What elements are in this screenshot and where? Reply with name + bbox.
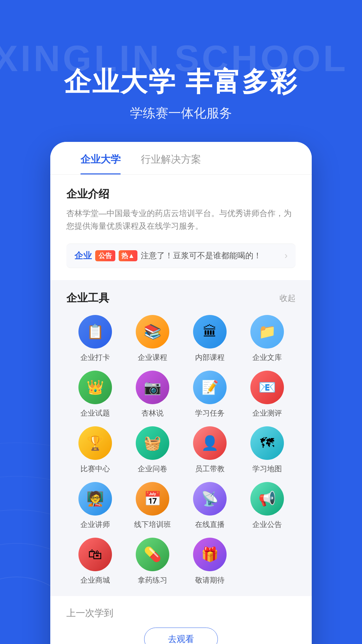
hero-title: 企业大学 丰富多彩 xyxy=(0,67,362,97)
hero-subtitle: 学练赛一体化服务 xyxy=(0,105,362,122)
tool-icon-3[interactable]: 📁企业文库 xyxy=(238,315,296,363)
tool-icon-5[interactable]: 📷杏林说 xyxy=(124,371,181,418)
tool-icon-circle-16: 🛍 xyxy=(78,538,112,571)
tool-icon-11[interactable]: 🗺学习地图 xyxy=(238,426,296,474)
card-tabs: 企业大学 行业解决方案 xyxy=(50,142,312,175)
tools-title: 企业工具 xyxy=(66,291,109,306)
tool-icon-label-2: 内部课程 xyxy=(195,353,225,363)
tool-icon-circle-1: 📚 xyxy=(136,315,169,348)
tool-icon-10[interactable]: 👤员工带教 xyxy=(181,426,238,474)
tool-icon-18[interactable]: 🎁敬请期待 xyxy=(181,538,238,585)
tool-icon-circle-14: 📡 xyxy=(193,482,227,516)
tool-icon-label-3: 企业文库 xyxy=(252,353,282,363)
tool-icon-label-5: 杏林说 xyxy=(141,408,164,418)
tool-icon-circle-11: 🗺 xyxy=(250,426,284,460)
tool-icon-circle-18: 🎁 xyxy=(193,538,227,571)
tool-icon-label-12: 企业讲师 xyxy=(80,520,110,530)
tool-icon-circle-12: 🧑‍🏫 xyxy=(78,482,112,516)
phone-card: 企业大学 行业解决方案 企业介绍 杏林学堂—中国最专业的药店云培训平台。与优秀讲… xyxy=(50,142,312,644)
tool-icon-label-17: 拿药练习 xyxy=(138,575,167,585)
tool-icon-circle-0: 📋 xyxy=(78,315,112,348)
tool-icon-label-18: 敬请期待 xyxy=(195,575,225,585)
tool-icon-8[interactable]: 🏆比赛中心 xyxy=(66,426,124,474)
tab-industry-solutions[interactable]: 行业解决方案 xyxy=(131,142,211,174)
tool-icon-label-11: 学习地图 xyxy=(252,464,282,474)
tool-icon-circle-13: 📅 xyxy=(136,482,169,516)
intro-desc: 杏林学堂—中国最专业的药店云培训平台。与优秀讲师合作，为您提供海量优质课程及在线… xyxy=(66,207,296,233)
notice-arrow-icon: › xyxy=(285,250,288,261)
tool-icon-circle-2: 🏛 xyxy=(193,315,227,348)
notice-hot: 热▲ xyxy=(119,250,137,261)
tool-icon-13[interactable]: 📅线下培训班 xyxy=(124,482,181,530)
tool-icon-4[interactable]: 👑企业试题 xyxy=(66,371,124,418)
tool-icon-label-7: 企业测评 xyxy=(252,408,282,418)
tool-icon-circle-3: 📁 xyxy=(250,315,284,348)
tool-icon-label-15: 企业公告 xyxy=(252,520,282,530)
tool-icon-label-14: 在线直播 xyxy=(195,520,225,530)
tab-enterprise-university[interactable]: 企业大学 xyxy=(70,142,131,174)
tool-icon-16[interactable]: 🛍企业商城 xyxy=(66,538,124,585)
tool-icon-label-9: 企业问卷 xyxy=(138,464,167,474)
last-learned-section: 上一次学到 去观看 xyxy=(50,596,312,644)
intro-section: 企业介绍 杏林学堂—中国最专业的药店云培训平台。与优秀讲师合作，为您提供海量优质… xyxy=(50,175,312,280)
notice-prefix: 企业 xyxy=(74,250,92,262)
tool-icon-circle-10: 👤 xyxy=(193,426,227,460)
tool-icon-label-10: 员工带教 xyxy=(195,464,225,474)
tool-icon-label-8: 比赛中心 xyxy=(80,464,110,474)
tool-icon-1[interactable]: 📚企业课程 xyxy=(124,315,181,363)
tool-icon-12[interactable]: 🧑‍🏫企业讲师 xyxy=(66,482,124,530)
tool-icon-2[interactable]: 🏛内部课程 xyxy=(181,315,238,363)
hero-section: 企业大学 丰富多彩 学练赛一体化服务 xyxy=(0,0,362,122)
notice-banner[interactable]: 企业 公告 热▲ 注意了！豆浆可不是谁都能喝的！ › xyxy=(66,244,296,268)
tool-icon-circle-15: 📢 xyxy=(250,482,284,516)
tool-icon-circle-5: 📷 xyxy=(136,371,169,404)
tool-icon-circle-7: 📧 xyxy=(250,371,284,404)
tool-icon-7[interactable]: 📧企业测评 xyxy=(238,371,296,418)
watch-button[interactable]: 去观看 xyxy=(144,628,218,644)
tool-icon-circle-8: 🏆 xyxy=(78,426,112,460)
last-learned-title: 上一次学到 xyxy=(66,607,296,620)
tool-icon-9[interactable]: 🧺企业问卷 xyxy=(124,426,181,474)
tool-icon-label-0: 企业打卡 xyxy=(80,353,110,363)
tool-icon-circle-17: 💊 xyxy=(136,538,169,571)
tools-header: 企业工具 收起 xyxy=(66,291,296,306)
tool-icon-label-16: 企业商城 xyxy=(80,575,110,585)
tool-icon-0[interactable]: 📋企业打卡 xyxy=(66,315,124,363)
tool-icon-label-13: 线下培训班 xyxy=(134,520,171,530)
tool-icon-6[interactable]: 📝学习任务 xyxy=(181,371,238,418)
tool-icon-label-4: 企业试题 xyxy=(80,408,110,418)
tool-icon-label-1: 企业课程 xyxy=(138,353,167,363)
tools-section: 企业工具 收起 📋企业打卡📚企业课程🏛内部课程📁企业文库👑企业试题📷杏林说📝学习… xyxy=(50,280,312,596)
tools-grid: 📋企业打卡📚企业课程🏛内部课程📁企业文库👑企业试题📷杏林说📝学习任务📧企业测评🏆… xyxy=(66,315,296,585)
tool-icon-14[interactable]: 📡在线直播 xyxy=(181,482,238,530)
tool-icon-circle-9: 🧺 xyxy=(136,426,169,460)
tool-icon-15[interactable]: 📢企业公告 xyxy=(238,482,296,530)
intro-title: 企业介绍 xyxy=(66,187,296,202)
tool-icon-circle-4: 👑 xyxy=(78,371,112,404)
tool-icon-17[interactable]: 💊拿药练习 xyxy=(124,538,181,585)
tools-collapse-button[interactable]: 收起 xyxy=(280,293,296,304)
tool-icon-circle-6: 📝 xyxy=(193,371,227,404)
notice-badge: 公告 xyxy=(95,250,115,261)
tool-icon-label-6: 学习任务 xyxy=(195,408,225,418)
notice-text: 注意了！豆浆可不是谁都能喝的！ xyxy=(141,250,285,261)
